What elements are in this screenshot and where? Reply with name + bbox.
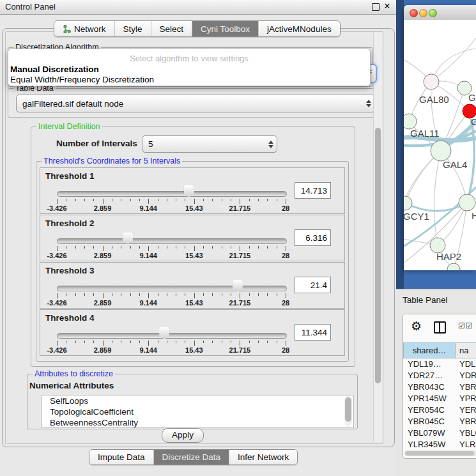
network-node[interactable] [404, 196, 412, 210]
tick-mark [203, 246, 204, 249]
cell-shared-name[interactable]: YPR145W [403, 393, 456, 404]
threshold-2-slider[interactable]: -3.4262.8599.14415.4321.71528 [57, 233, 286, 260]
network-node[interactable] [404, 114, 417, 129]
table-row[interactable]: YDR27…YDR2 [403, 370, 476, 381]
cell-shared-name[interactable]: YLR345W [403, 439, 456, 449]
tick-mark [240, 293, 240, 298]
select-columns-icons[interactable]: ☑☑ [458, 321, 473, 330]
cell-name[interactable]: YLR3 [456, 439, 476, 449]
cell-name[interactable]: YDR2 [456, 370, 476, 381]
threshold-3-label: Threshold 3 [45, 266, 95, 275]
tick-mark [212, 199, 213, 201]
option-manual-discretization[interactable]: Manual Discretization [10, 65, 99, 74]
threshold-3-panel: Threshold 3 -3.4262.8599.14415.4321.7152… [40, 262, 345, 309]
cell-shared-name[interactable]: YER054C [403, 404, 456, 416]
slider-track[interactable] [57, 191, 287, 197]
minimize-window-icon[interactable] [419, 9, 427, 17]
content-vertical-scrollbar[interactable] [373, 32, 382, 442]
tick-mark [139, 293, 140, 296]
network-node[interactable] [431, 141, 451, 161]
threshold-3-value-field[interactable] [295, 277, 331, 293]
tab-impute-data[interactable]: Impute Data [89, 450, 154, 464]
table-data-combo[interactable]: galFiltered.sif default node [16, 95, 375, 112]
cell-shared-name[interactable]: YDL19… [403, 358, 456, 370]
apply-button[interactable]: Apply [162, 428, 204, 443]
slider-track[interactable] [57, 286, 287, 291]
float-panel-icon[interactable] [372, 3, 380, 11]
cell-name[interactable]: YPR1 [456, 393, 476, 404]
tab-infer-network[interactable]: Infer Network [229, 450, 297, 464]
threshold-1-panel: Threshold 1 -3.4262.8599.14415.4321.7152… [40, 167, 345, 214]
threshold-4-panel: Threshold 4 -3.4262.8599.14415.4321.7152… [40, 309, 345, 356]
network-node[interactable] [459, 194, 475, 211]
tab-style[interactable]: Style [115, 21, 151, 36]
table-row[interactable]: YER054CYER0 [403, 404, 476, 416]
tick-mark [148, 341, 149, 346]
table-row[interactable]: YLR345WYLR3 [403, 439, 476, 449]
attribute-item-topologicalcoefficient[interactable]: TopologicalCoefficient [42, 406, 353, 417]
tick-mark [194, 341, 195, 346]
cell-name[interactable]: YER0 [456, 404, 476, 416]
tab-jactivemnodules[interactable]: jActiveMNodules [259, 21, 340, 36]
column-header-name[interactable]: na [456, 342, 476, 358]
slider-track[interactable] [57, 238, 287, 244]
tab-network[interactable]: Network [54, 21, 115, 36]
tab-cyni-toolbox[interactable]: Cyni Toolbox [192, 21, 259, 36]
close-window-icon[interactable] [410, 9, 418, 17]
threshold-4-value-field[interactable] [295, 324, 331, 341]
column-header-shared-name[interactable]: shared… [403, 342, 456, 358]
cell-name[interactable]: YBR0 [456, 416, 476, 427]
network-window-titlebar[interactable] [404, 5, 476, 20]
tick-mark [75, 246, 76, 249]
cell-name[interactable]: YDL1 [456, 358, 476, 370]
slider-track[interactable] [57, 333, 287, 339]
tick-mark [148, 293, 149, 298]
table-row[interactable]: YDL19…YDL1 [403, 358, 476, 370]
numerical-attributes-list[interactable]: SelfLoops TopologicalCoefficient Between… [42, 395, 354, 428]
h-scrollbar-thumb[interactable] [405, 451, 474, 456]
columns-icon[interactable] [434, 321, 446, 334]
threshold-2-value-field[interactable] [295, 229, 331, 246]
node-table: ⚙ ☑☑ shared… na YDL19…YDL1YDR27…YDR2YBR0… [403, 314, 476, 459]
tick-mark [167, 341, 167, 343]
table-row[interactable]: YPR145WYPR1 [403, 393, 476, 404]
cell-name[interactable]: YBR0 [456, 381, 476, 393]
close-panel-icon[interactable]: ✕ [383, 1, 392, 12]
cell-shared-name[interactable]: YBR043C [403, 381, 456, 393]
attribute-list-scrollbar[interactable] [344, 396, 352, 426]
algorithm-dropdown-popup: Select algorithm to view settings Manual… [8, 49, 371, 86]
attribute-item-betweennesscentrality[interactable]: BetweennessCentrality [42, 417, 353, 428]
tick-label: 2.859 [94, 346, 112, 354]
table-horizontal-scrollbar[interactable] [404, 450, 476, 456]
table-row[interactable]: YBL079WYBL0 [403, 427, 476, 439]
threshold-3-slider[interactable]: -3.4262.8599.14415.4321.71528 [57, 280, 286, 307]
threshold-4-slider[interactable]: -3.4262.8599.14415.4321.71528 [57, 328, 286, 355]
number-of-intervals-combo[interactable]: 5 [142, 135, 277, 153]
cell-shared-name[interactable]: YBL079W [403, 427, 456, 439]
tick-mark [130, 246, 131, 249]
control-panel-titlebar[interactable]: Control Panel ✕ [0, 0, 396, 15]
network-node[interactable] [424, 74, 439, 89]
scrollbar-thumb[interactable] [375, 128, 381, 383]
cell-name[interactable]: YBL0 [456, 427, 476, 439]
tick-mark [212, 341, 213, 343]
tick-mark [249, 199, 250, 201]
network-view-window[interactable]: GAL80GACGAL11GAL4GCY1HHAP2 [404, 5, 476, 270]
cell-shared-name[interactable]: YBR045C [403, 416, 456, 427]
threshold-1-value-field[interactable] [295, 182, 331, 199]
tab-select[interactable]: Select [151, 21, 193, 36]
table-panel-titlebar[interactable]: Table Panel [396, 289, 476, 311]
tab-discretize-data[interactable]: Discretize Data [154, 450, 230, 464]
table-row[interactable]: YBR043CYBR0 [403, 381, 476, 393]
network-edge[interactable] [431, 38, 476, 82]
attribute-item-selfloops[interactable]: SelfLoops [42, 395, 353, 406]
network-canvas[interactable]: GAL80GACGAL11GAL4GCY1HHAP2 [404, 20, 476, 270]
tick-mark [231, 293, 231, 296]
gear-icon[interactable]: ⚙ [411, 319, 422, 334]
zoom-window-icon[interactable] [429, 9, 437, 17]
option-equal-width-frequency[interactable]: Equal Width/Frequency Discretization [10, 75, 154, 84]
table-row[interactable]: YBR045CYBR0 [403, 416, 476, 427]
tick-mark [231, 246, 231, 249]
threshold-1-slider[interactable]: -3.4262.8599.14415.4321.71528 [57, 186, 286, 213]
cell-shared-name[interactable]: YDR27… [403, 370, 456, 381]
